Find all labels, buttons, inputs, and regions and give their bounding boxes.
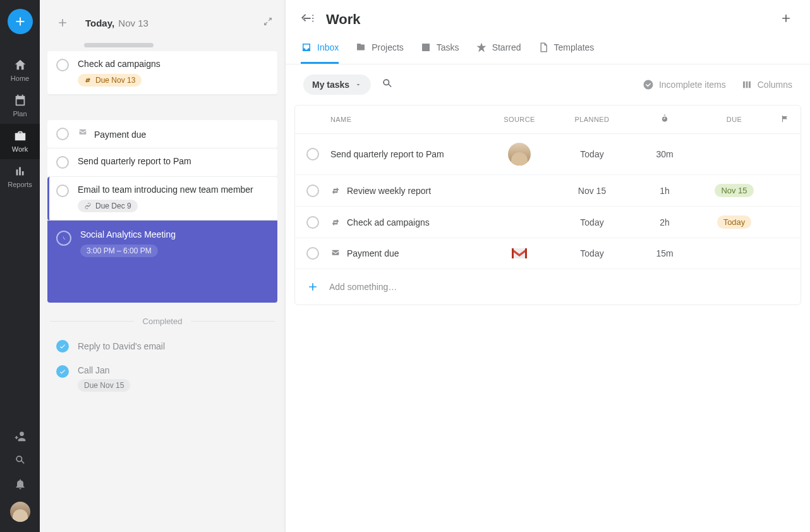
due-badge: Due Nov 13 xyxy=(78,74,142,87)
table-row[interactable]: Review weekly report Nov 15 1h Nov 15 xyxy=(295,175,801,207)
repeat-icon xyxy=(330,217,341,227)
source-avatar xyxy=(508,143,531,166)
filter-label: My tasks xyxy=(312,80,349,90)
task-title: Email to team introducing new team membe… xyxy=(78,184,253,195)
nav-plan[interactable]: Plan xyxy=(0,88,40,124)
task-title: Send quarterly report to Pam xyxy=(78,156,191,166)
row-planned: Today xyxy=(554,248,630,258)
col-source: SOURCE xyxy=(485,116,554,123)
row-name: Check ad campaigns xyxy=(347,217,430,227)
nav-work-label: Work xyxy=(12,145,28,153)
task-checkbox[interactable] xyxy=(56,128,69,140)
plan-column: Today, Nov 13 Check ad campaigns Due Nov… xyxy=(40,0,286,532)
row-due: Nov 15 xyxy=(699,184,769,197)
tab-label: Starred xyxy=(492,42,521,52)
row-due: Today xyxy=(699,215,769,229)
chart-icon xyxy=(13,164,27,178)
row-checkbox[interactable] xyxy=(306,216,319,229)
col-planned: PLANNED xyxy=(554,116,630,123)
done-checkbox[interactable] xyxy=(56,365,69,378)
tab-templates[interactable]: Templates xyxy=(538,42,595,64)
tab-inbox[interactable]: Inbox xyxy=(301,42,339,64)
search-button[interactable] xyxy=(381,77,394,92)
row-duration: 15m xyxy=(630,248,699,258)
add-row[interactable]: Add something… xyxy=(295,269,801,305)
columns-button[interactable]: Columns xyxy=(741,79,792,90)
expand-button[interactable] xyxy=(262,16,274,30)
columns-label: Columns xyxy=(758,80,792,90)
task-title: Check ad campaigns xyxy=(78,59,160,69)
mail-icon xyxy=(78,128,88,138)
tab-starred[interactable]: Starred xyxy=(476,42,521,64)
check-circle-icon xyxy=(643,79,654,90)
row-checkbox[interactable] xyxy=(306,148,319,160)
flag-icon xyxy=(780,114,789,123)
col-flag xyxy=(769,114,801,124)
nav-reports-label: Reports xyxy=(8,181,32,188)
projects-icon xyxy=(355,42,366,53)
row-planned: Today xyxy=(554,217,630,227)
row-checkbox[interactable] xyxy=(306,247,319,260)
task-card[interactable]: Send quarterly report to Pam xyxy=(47,148,277,177)
task-checkbox[interactable] xyxy=(56,184,69,197)
task-table: NAME SOURCE PLANNED DUE Send quarterly r… xyxy=(294,105,801,305)
row-source xyxy=(485,247,554,260)
back-icon xyxy=(301,11,315,25)
event-card[interactable]: Social Analytics Meeting 3:00 PM – 6:00 … xyxy=(47,221,277,303)
table-row[interactable]: Payment due Today 15m xyxy=(295,238,801,269)
templates-icon xyxy=(538,42,549,53)
done-title: Call Jan xyxy=(78,365,130,375)
tab-label: Templates xyxy=(554,42,595,52)
task-checkbox[interactable] xyxy=(56,156,69,169)
user-avatar[interactable] xyxy=(10,502,30,522)
add-item-button[interactable] xyxy=(780,12,792,27)
nav-home[interactable]: Home xyxy=(0,53,40,88)
inbox-icon xyxy=(301,42,312,53)
add-button[interactable] xyxy=(8,9,33,34)
nav-work[interactable]: Work xyxy=(0,124,40,159)
done-checkbox[interactable] xyxy=(56,340,69,353)
row-checkbox[interactable] xyxy=(306,184,319,197)
tabs: Inbox Projects Tasks Starred Templates xyxy=(286,32,810,64)
incomplete-label: Incomplete items xyxy=(659,80,726,90)
done-card[interactable]: Call Jan Due Nov 15 xyxy=(47,359,277,398)
filter-dropdown[interactable]: My tasks xyxy=(303,75,371,95)
mail-icon xyxy=(330,248,341,258)
task-card[interactable]: Payment due xyxy=(47,120,277,148)
repeat-icon xyxy=(84,76,92,84)
tasks-icon xyxy=(420,42,432,53)
add-task-button[interactable] xyxy=(51,11,74,34)
table-header: NAME SOURCE PLANNED DUE xyxy=(295,106,801,134)
due-badge: Due Nov 15 xyxy=(78,379,130,392)
bell-icon[interactable] xyxy=(14,478,27,490)
task-card[interactable]: Check ad campaigns Due Nov 13 xyxy=(47,51,277,95)
add-user-icon[interactable] xyxy=(14,430,27,442)
calendar-icon xyxy=(13,94,27,107)
task-card[interactable]: Email to team introducing new team membe… xyxy=(47,177,277,221)
row-name: Review weekly report xyxy=(347,186,431,196)
chevron-down-icon xyxy=(354,81,362,88)
event-time: 3:00 PM – 6:00 PM xyxy=(80,245,158,257)
plan-date-title: Today, Nov 13 xyxy=(85,18,148,28)
row-name: Payment due xyxy=(347,248,399,258)
panel-title: Work xyxy=(326,11,361,28)
col-duration xyxy=(630,114,699,124)
repeat-icon xyxy=(330,186,341,196)
plus-icon xyxy=(306,281,319,293)
task-title: Payment due xyxy=(78,128,146,140)
incomplete-filter[interactable]: Incomplete items xyxy=(643,79,726,90)
tab-tasks[interactable]: Tasks xyxy=(420,42,459,64)
row-duration: 2h xyxy=(630,217,699,227)
table-row[interactable]: Check ad campaigns Today 2h Today xyxy=(295,207,801,238)
col-name: NAME xyxy=(330,116,485,123)
tab-label: Projects xyxy=(372,42,404,52)
tab-projects[interactable]: Projects xyxy=(355,42,404,64)
search-icon[interactable] xyxy=(14,454,27,466)
work-panel: Work Inbox Projects Tasks Starred Templa… xyxy=(285,0,810,532)
done-card[interactable]: Reply to David's email xyxy=(47,334,277,359)
task-checkbox[interactable] xyxy=(56,59,69,71)
nav-reports[interactable]: Reports xyxy=(0,159,40,195)
back-button[interactable] xyxy=(301,11,315,28)
table-row[interactable]: Send quarterly report to Pam Today 30m xyxy=(295,134,801,175)
completed-label: Completed xyxy=(143,317,183,326)
